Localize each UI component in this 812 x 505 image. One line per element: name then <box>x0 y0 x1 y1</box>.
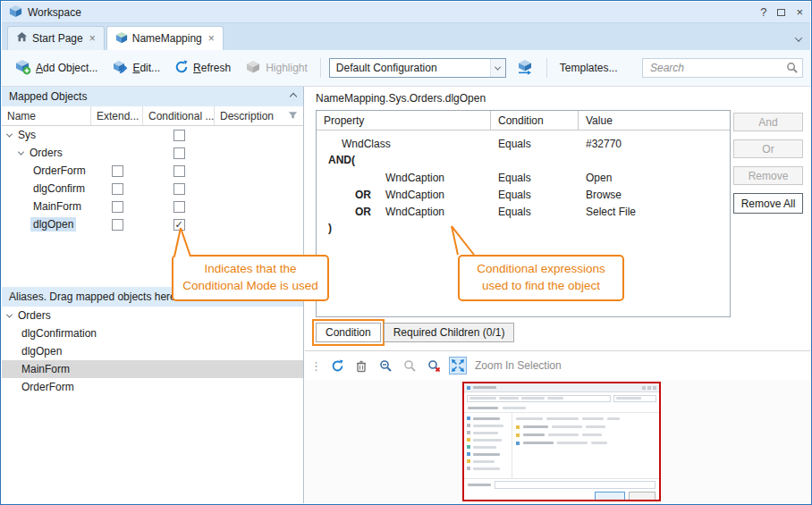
close-icon[interactable]: × <box>208 32 215 45</box>
column-condition[interactable]: Condition <box>491 111 579 130</box>
delete-image-icon[interactable] <box>352 357 370 375</box>
filter-icon[interactable] <box>288 110 298 122</box>
namemapping-icon <box>115 31 128 46</box>
aliases-title: Aliases. Drag mapped objects here. <box>9 290 179 303</box>
extend-checkbox[interactable] <box>112 165 123 177</box>
tab-condition[interactable]: Condition <box>316 323 381 342</box>
property-cell: WndCaption <box>317 169 491 186</box>
close-button[interactable]: × <box>796 6 803 18</box>
zoom-out-icon[interactable] <box>376 357 394 375</box>
search-input[interactable] <box>642 58 803 78</box>
tree-item-label: dlgConfirmation <box>19 326 99 341</box>
preview-toolbar: ⋮ Zoom In Selection <box>305 352 810 379</box>
mapped-object-row[interactable]: OrderForm <box>2 162 303 180</box>
edit-button[interactable]: Edit... <box>107 56 165 80</box>
tab-list-chevron-icon[interactable] <box>796 32 801 45</box>
edit-label: Edit... <box>132 62 160 74</box>
document-tab-bar: Start Page × NameMapping × <box>2 23 810 50</box>
and-button[interactable]: And <box>733 113 803 131</box>
mapped-object-row[interactable]: Orders <box>2 144 303 162</box>
refresh-image-icon[interactable] <box>328 357 346 375</box>
condition-row[interactable]: WndCaptionEqualsOpen <box>317 169 730 186</box>
preview-file-list <box>512 413 659 478</box>
column-conditional[interactable]: Conditional ... <box>143 106 215 125</box>
remove-all-button[interactable]: Remove All <box>733 193 803 214</box>
tree-item[interactable]: Orders <box>2 144 91 162</box>
help-button[interactable]: ? <box>760 6 766 18</box>
remove-zoom-icon[interactable] <box>425 357 443 375</box>
condition-row[interactable]: ORWndCaptionEqualsBrowse <box>317 186 730 203</box>
add-object-button[interactable]: Add Object... <box>11 56 102 80</box>
tree-item-label: dlgOpen <box>19 344 64 358</box>
condition-row[interactable]: ORWndCaptionEqualsSelect File <box>317 203 730 220</box>
tree-item[interactable]: dlgConfirm <box>2 180 91 198</box>
zoom-in-selection-label: Zoom In Selection <box>475 359 562 372</box>
tab-start-page[interactable]: Start Page × <box>7 26 105 50</box>
extend-cell <box>91 162 143 180</box>
configuration-select[interactable]: Default Configuration <box>329 58 506 78</box>
column-value[interactable]: Value <box>579 111 730 130</box>
search-box <box>642 58 803 78</box>
conditional-checkbox[interactable] <box>173 130 185 141</box>
extend-cell <box>91 126 143 144</box>
column-property[interactable]: Property <box>317 111 491 130</box>
column-name[interactable]: Name <box>2 106 91 125</box>
extend-checkbox[interactable] <box>112 219 123 231</box>
home-icon <box>16 31 28 46</box>
conditional-checkbox[interactable] <box>173 201 185 213</box>
expander-icon[interactable] <box>6 311 13 317</box>
zoom-disabled-icon[interactable] <box>401 357 419 375</box>
tree-item-label: dlgConfirm <box>30 181 88 196</box>
tab-required-children[interactable]: Required Children (0/1) <box>384 323 515 342</box>
maximize-button[interactable] <box>777 6 785 18</box>
highlight-button[interactable]: Highlight <box>241 56 312 80</box>
refresh-icon <box>174 60 189 77</box>
mapped-object-row[interactable]: dlgOpen✓ <box>2 215 303 233</box>
preview-titlebar <box>464 383 659 392</box>
alias-row[interactable]: Orders <box>2 307 303 324</box>
mapped-object-row[interactable]: dlgConfirm <box>2 180 303 198</box>
tree-item[interactable]: dlgOpen <box>2 215 91 233</box>
tree-item[interactable]: Sys <box>2 126 91 144</box>
tree-item-label: OrderForm <box>30 164 89 178</box>
toolbar-grip[interactable]: ⋮ <box>310 359 322 373</box>
tab-namemapping[interactable]: NameMapping × <box>106 26 224 50</box>
column-description[interactable]: Description <box>215 106 303 125</box>
zoom-in-selection-icon[interactable] <box>449 357 467 375</box>
object-path: NameMapping.Sys.Orders.dlgOpen <box>305 87 810 105</box>
tree-item[interactable]: MainForm <box>2 198 91 215</box>
mapped-objects-header[interactable]: Mapped Objects <box>2 87 303 106</box>
mapped-object-row[interactable]: Sys <box>2 126 303 144</box>
description-cell <box>215 215 303 233</box>
refresh-button[interactable]: Refresh <box>170 57 235 80</box>
chevron-down-icon[interactable] <box>490 59 505 77</box>
collapse-icon[interactable] <box>290 93 297 100</box>
templates-button[interactable]: Templates... <box>555 59 622 77</box>
column-extend[interactable]: Extend... <box>91 106 143 125</box>
remove-button[interactable]: Remove <box>733 166 803 185</box>
property-cell: ORWndCaption <box>317 203 491 220</box>
extend-checkbox[interactable] <box>112 183 123 195</box>
alias-row[interactable]: MainForm <box>2 360 303 378</box>
toolbar-separator <box>546 58 547 78</box>
tree-item[interactable]: OrderForm <box>2 162 91 180</box>
expander-icon[interactable] <box>18 148 24 155</box>
extend-checkbox[interactable] <box>112 201 123 213</box>
conditional-checkbox[interactable] <box>173 165 185 177</box>
conditional-checkbox[interactable] <box>173 183 185 195</box>
condition-cell: Equals <box>491 206 579 218</box>
alias-row[interactable]: OrderForm <box>2 378 303 396</box>
sync-configuration-icon <box>516 59 534 78</box>
alias-row[interactable]: dlgConfirmation <box>2 324 303 342</box>
condition-row[interactable]: WndClassEquals#32770 <box>317 135 730 152</box>
toolbar-separator <box>320 58 321 78</box>
close-icon[interactable]: × <box>89 32 96 45</box>
or-button[interactable]: Or <box>733 139 803 158</box>
sync-configuration-button[interactable] <box>512 56 538 80</box>
alias-row[interactable]: dlgOpen <box>2 342 303 360</box>
expander-icon[interactable] <box>6 130 13 137</box>
highlight-icon <box>245 59 261 78</box>
mapped-objects-tree: SysOrdersOrderFormdlgConfirmMainFormdlgO… <box>2 126 303 233</box>
conditional-checkbox[interactable] <box>173 147 185 159</box>
mapped-object-row[interactable]: MainForm <box>2 198 303 215</box>
